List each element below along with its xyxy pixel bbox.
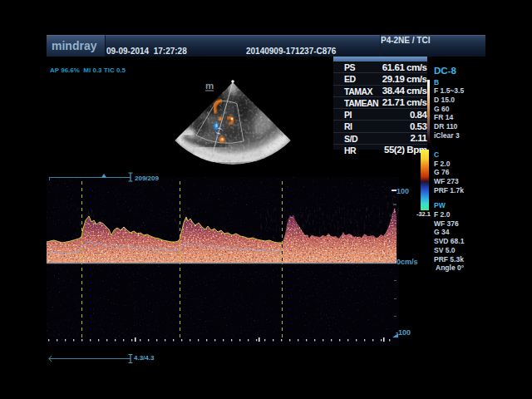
svg-text:m: m [205, 81, 214, 91]
